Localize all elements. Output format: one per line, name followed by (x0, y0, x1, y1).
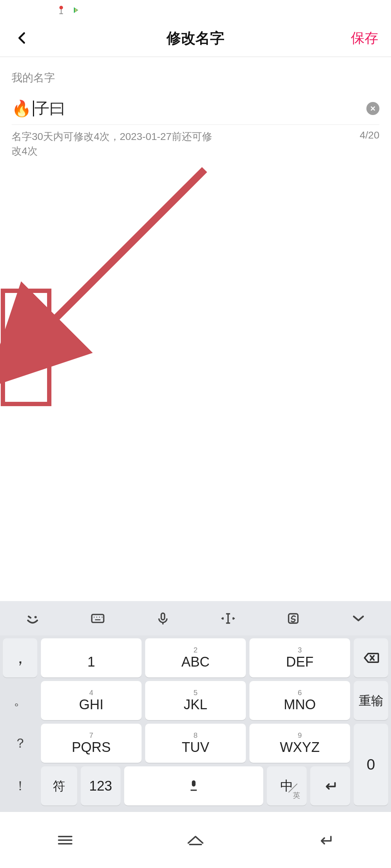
key-question[interactable]: ？ (3, 724, 37, 763)
nav-recent-icon[interactable] (54, 832, 76, 848)
keyboard-mode-icon[interactable] (88, 609, 107, 628)
key-3-def[interactable]: 3DEF (249, 638, 350, 677)
helper-text: 名字30天内可修改4次，2023-01-27前还可修改4次 (12, 129, 214, 158)
header: 修改名字 保存 (0, 20, 391, 56)
key-2-abc[interactable]: 2ABC (145, 638, 246, 677)
name-value: 子曰 (34, 100, 65, 117)
key-backspace[interactable] (354, 638, 388, 677)
key-4-ghi[interactable]: 4GHI (41, 681, 142, 720)
name-input-row[interactable]: 🔥 子曰 (12, 92, 379, 125)
nav-back-icon[interactable] (315, 832, 337, 848)
nav-home-icon[interactable] (185, 832, 206, 848)
svg-point-0 (59, 6, 63, 9)
key-reinput[interactable]: 重输 (354, 681, 388, 720)
name-input-text: 子曰 (33, 98, 65, 119)
page-title: 修改名字 (167, 28, 224, 48)
key-space[interactable] (124, 766, 263, 805)
key-9-wxyz[interactable]: 9WXYZ (249, 724, 350, 763)
key-symbols[interactable]: 符 (41, 766, 77, 805)
header-divider (0, 56, 391, 57)
back-button[interactable] (13, 29, 31, 47)
svg-point-4 (34, 616, 37, 618)
key-7-pqrs[interactable]: 7PQRS (41, 724, 142, 763)
status-pin-icon (58, 5, 64, 15)
section-label: 我的名字 (12, 71, 55, 85)
key-8-tuv[interactable]: 8TUV (145, 724, 246, 763)
helper-row: 名字30天内可修改4次，2023-01-27前还可修改4次 4/20 (12, 129, 379, 158)
char-counter: 4/20 (360, 129, 380, 141)
ime-keyboard: ， 1 2ABC 3DEF 。 4GHI 5JKL 6MNO 重输 ？ (0, 601, 391, 812)
svg-rect-5 (92, 614, 104, 622)
key-exclaim[interactable]: ！ (3, 766, 37, 805)
key-language-toggle[interactable]: 中 英 (267, 766, 307, 805)
key-123[interactable]: 123 (81, 766, 121, 805)
text-caret (33, 101, 34, 116)
key-5-jkl[interactable]: 5JKL (145, 681, 246, 720)
keyboard-grid: ， 1 2ABC 3DEF 。 4GHI 5JKL 6MNO 重输 ？ (0, 635, 391, 812)
collapse-keyboard-icon[interactable] (349, 609, 368, 628)
svg-rect-1 (61, 9, 62, 13)
key-6-mno[interactable]: 6MNO (249, 681, 350, 720)
name-emoji: 🔥 (12, 99, 31, 118)
svg-rect-2 (59, 13, 63, 14)
keyboard-toolbar (0, 601, 391, 635)
key-comma[interactable]: ， (3, 638, 37, 677)
key-enter[interactable] (310, 766, 350, 805)
cursor-move-icon[interactable] (219, 609, 237, 628)
svg-rect-17 (192, 780, 196, 787)
emoji-icon[interactable] (23, 609, 42, 628)
status-bar (0, 0, 391, 20)
annotation-highlight-box (1, 289, 51, 406)
stylus-s-icon[interactable] (284, 609, 303, 628)
save-button[interactable]: 保存 (351, 29, 378, 47)
key-1[interactable]: 1 (41, 638, 142, 677)
svg-rect-11 (161, 613, 164, 620)
key-0[interactable]: 0 (354, 724, 388, 805)
key-period[interactable]: 。 (3, 681, 37, 720)
svg-line-3 (42, 170, 205, 332)
mic-icon[interactable] (154, 609, 172, 628)
clear-input-button[interactable] (366, 102, 379, 115)
status-video-icon (71, 5, 80, 15)
system-navbar (0, 812, 391, 868)
